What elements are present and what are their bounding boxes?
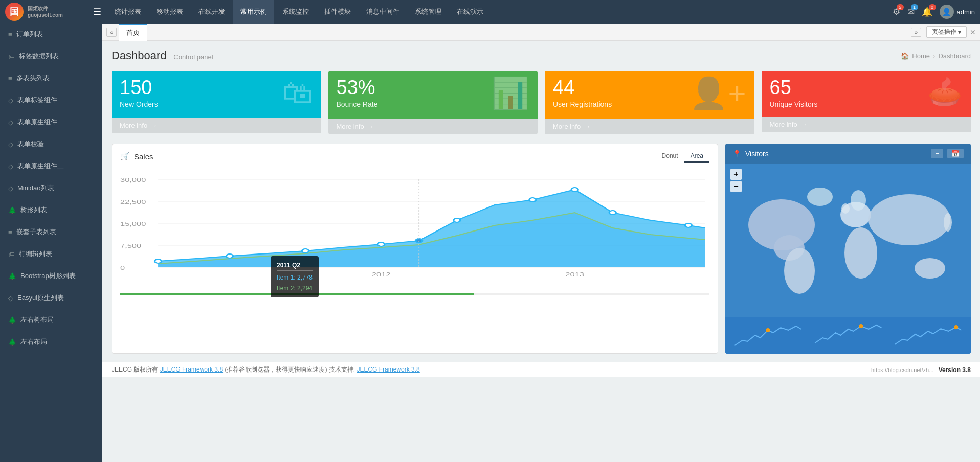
sidebar-label-tag-data: 标签数据列表 — [19, 52, 59, 61]
sidebar-item-tag-data[interactable]: 🏷 标签数据列表 — [0, 45, 102, 67]
stat-card-orders-footer[interactable]: More info → — [112, 118, 321, 133]
sidebar-label-easyui: Easyui原生列表 — [17, 293, 64, 303]
svg-point-13 — [226, 254, 233, 258]
arrow-right-icon-3: → — [584, 123, 590, 130]
chart-progress-bar — [120, 293, 709, 295]
tree-icon-4: 🌲 — [8, 338, 16, 346]
footer-prefix: JEECG 版权所有 — [112, 366, 158, 373]
sidebar-label-form-native: 表单原生组件 — [17, 118, 57, 127]
nav-item-sysmanage[interactable]: 系统管理 — [408, 0, 449, 24]
stat-cards: 150 New Orders 🛍 More info → 53% — [112, 71, 971, 134]
bell-icon[interactable]: 🔔 0 — [922, 7, 932, 17]
svg-point-31 — [868, 194, 950, 245]
chart-title: 🛒 Sales — [120, 152, 153, 161]
user-menu[interactable]: 👤 admin — [940, 5, 975, 19]
bar-chart-icon: 📊 — [491, 75, 529, 111]
svg-text:2012: 2012 — [372, 272, 391, 278]
map-header-left: 📍 Visitors — [732, 150, 769, 158]
hamburger-button[interactable]: ☰ — [87, 6, 107, 17]
map-calendar-button[interactable]: 📅 — [947, 149, 964, 158]
tab-back-button[interactable]: « — [106, 28, 117, 37]
bottom-row: 🛒 Sales Donut Area 30,000 22,500 — [112, 144, 971, 354]
stat-bounce-label: Bounce Rate — [337, 100, 378, 108]
svg-point-21 — [685, 223, 692, 227]
top-navigation: 国 国炬软件 guojusoft.com ☰ 统计报表 移动报表 在线开发 常用… — [0, 0, 980, 24]
breadcrumb-separator: › — [933, 52, 935, 60]
footer-link1[interactable]: JEECG Framework 3.8 — [160, 366, 223, 373]
svg-point-38 — [859, 324, 863, 328]
sidebar-item-bootstrap-tree[interactable]: 🌲 Bootstrap树形列表 — [0, 265, 102, 287]
email-icon[interactable]: ✉ 1 — [907, 7, 915, 17]
chart-header: 🛒 Sales Donut Area — [112, 144, 718, 169]
stat-orders-number: 150 — [120, 78, 158, 97]
chart-body: 30,000 22,500 15,000 7,500 0 — [112, 169, 718, 293]
sidebar-item-minidao[interactable]: ◇ Minidao列表 — [0, 177, 102, 199]
map-zoom-controls: + − — [730, 169, 742, 192]
chart-title-text: Sales — [134, 152, 153, 161]
world-map-svg — [725, 164, 971, 317]
nav-item-stats[interactable]: 统计报表 — [107, 0, 148, 24]
stat-card-bounce-text: 53% Bounce Rate — [337, 78, 378, 108]
sidebar-item-orders[interactable]: ≡ 订单列表 — [0, 24, 102, 45]
svg-text:30,000: 30,000 — [120, 177, 146, 183]
sidebar-item-lr[interactable]: 🌲 左右布局 — [0, 331, 102, 353]
nav-item-message[interactable]: 消息中间件 — [359, 0, 407, 24]
nested-icon: ≡ — [8, 228, 12, 236]
svg-text:7,500: 7,500 — [120, 243, 142, 249]
sidebar-item-row-edit[interactable]: 🏷 行编辑列表 — [0, 243, 102, 265]
breadcrumb-home[interactable]: Home — [912, 52, 930, 60]
tag-icon-2: 🏷 — [8, 250, 15, 258]
sidebar-item-tree[interactable]: 🌲 树形列表 — [0, 199, 102, 221]
tab-forward-button[interactable]: » — [911, 28, 921, 37]
sidebar-item-form-tag[interactable]: ◇ 表单标签组件 — [0, 89, 102, 111]
version-text: Version 3.8 — [939, 366, 971, 374]
svg-text:0: 0 — [120, 265, 125, 271]
chart-tab-donut[interactable]: Donut — [656, 150, 684, 163]
home-icon: 🏠 — [901, 52, 909, 60]
tree-icon-2: 🌲 — [8, 272, 16, 280]
nav-item-monitor[interactable]: 系统监控 — [275, 0, 316, 24]
nav-item-demo[interactable]: 在线演示 — [450, 0, 491, 24]
version-link[interactable]: https://blog.csdn.net/zh... — [871, 367, 933, 373]
stat-orders-footer-text: More info — [120, 122, 147, 129]
svg-point-34 — [851, 190, 866, 211]
sidebar-item-lr-tree[interactable]: 🌲 左右树布局 — [0, 309, 102, 331]
nav-item-plugins[interactable]: 插件模块 — [317, 0, 358, 24]
zoom-in-button[interactable]: + — [730, 169, 742, 180]
sidebar-item-nested[interactable]: ≡ 嵌套子表列表 — [0, 221, 102, 243]
stat-card-users-text: 44 User Registrations — [553, 78, 612, 108]
arrow-right-icon: → — [150, 122, 157, 129]
tab-ops-button[interactable]: 页签操作 ▾ — [926, 26, 967, 38]
stat-card-bounce-footer[interactable]: More info → — [328, 119, 538, 134]
sidebar-item-form-validate[interactable]: ◇ 表单校验 — [0, 133, 102, 155]
stat-card-visitors-footer[interactable]: More info → — [762, 117, 971, 132]
nav-item-online-dev[interactable]: 在线开发 — [191, 0, 232, 24]
svg-text:2013: 2013 — [565, 272, 584, 278]
map-minimize-button[interactable]: − — [931, 149, 943, 158]
stat-users-footer-text: More info — [553, 123, 581, 130]
sidebar-item-easyui[interactable]: ◇ Easyui原生列表 — [0, 287, 102, 309]
sidebar-item-form-native[interactable]: ◇ 表单原生组件 — [0, 111, 102, 133]
map-header: 📍 Visitors − 📅 — [725, 144, 971, 164]
main-content: « 首页 » 页签操作 ▾ ✕ Dashboard Control panel — [102, 24, 980, 462]
nav-item-examples[interactable]: 常用示例 — [233, 0, 274, 24]
sidebar-item-form-native2[interactable]: ◇ 表单原生组件二 — [0, 155, 102, 177]
chart-tab-area[interactable]: Area — [684, 150, 709, 163]
tab-close-button[interactable]: ✕ — [970, 28, 976, 36]
stat-card-users-footer[interactable]: More info → — [545, 119, 754, 134]
sidebar-label-form-tag: 表单标签组件 — [17, 96, 57, 105]
stat-visitors-label: Unique Visitors — [770, 100, 818, 108]
svg-point-33 — [807, 188, 833, 206]
sidebar-label-form-native2: 表单原生组件二 — [17, 161, 64, 171]
nav-item-mobile[interactable]: 移动报表 — [149, 0, 190, 24]
chart-progress-fill — [120, 293, 474, 295]
sidebar-item-multiheader[interactable]: ≡ 多表头列表 — [0, 67, 102, 89]
svg-point-14 — [302, 249, 308, 253]
footer-link2[interactable]: JEECG Framework 3.8 — [357, 366, 419, 373]
sparkline-3 — [890, 320, 966, 351]
settings-icon[interactable]: ⚙ 5 — [893, 7, 900, 17]
tag-icon: 🏷 — [8, 53, 15, 60]
zoom-out-button[interactable]: − — [730, 181, 742, 192]
svg-text:15,000: 15,000 — [120, 221, 146, 227]
tab-home[interactable]: 首页 — [119, 24, 147, 41]
